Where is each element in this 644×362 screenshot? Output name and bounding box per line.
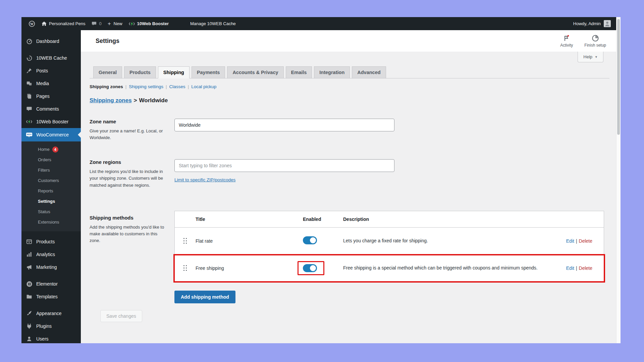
sidebar-item-label: Plugins xyxy=(36,323,52,329)
drag-handle-icon[interactable] xyxy=(183,265,187,271)
tab-general[interactable]: General xyxy=(93,66,122,78)
submenu-item-label: Orders xyxy=(38,157,51,162)
submenu-item-customers[interactable]: Customers xyxy=(21,175,81,186)
scrollbar-track[interactable] xyxy=(616,17,621,343)
user-icon xyxy=(26,336,33,342)
wordpress-logo-icon: W xyxy=(29,20,35,27)
comments-counter[interactable]: 0 xyxy=(88,17,104,30)
notification-badge: 4 xyxy=(52,146,58,153)
booster-label: 10Web Booster xyxy=(137,21,169,26)
submenu-item-status[interactable]: Status xyxy=(21,206,81,217)
delete-link[interactable]: Delete xyxy=(579,265,592,271)
sidebar-item-marketing[interactable]: Marketing xyxy=(21,261,81,274)
submenu-item-orders[interactable]: Orders xyxy=(21,155,81,165)
sidebar-item-label: Posts xyxy=(36,68,48,73)
method-description: Free shipping is a special method which … xyxy=(343,260,553,276)
zone-name-input[interactable] xyxy=(174,119,394,131)
tab-advanced[interactable]: Advanced xyxy=(352,66,386,78)
page-title: Settings xyxy=(96,38,119,45)
limit-zip-postcodes-link[interactable]: Limit to specific ZIP/postcodes xyxy=(174,177,235,182)
desktop-background: W Personalized Pens 0 + New 10Web Booste… xyxy=(0,0,644,362)
activity-button[interactable]: Activity xyxy=(560,35,573,48)
submenu-item-label: Customers xyxy=(38,178,59,183)
separator: | xyxy=(166,84,167,89)
sidebar-item-10web-cache[interactable]: 10WEB Cache xyxy=(21,52,81,64)
column-header-title: Title xyxy=(196,217,303,222)
edit-link[interactable]: Edit xyxy=(566,238,574,244)
sidebar-item-users[interactable]: Users xyxy=(21,333,81,343)
sidebar-item-templates[interactable]: Templates xyxy=(21,290,81,303)
submenu-item-filters[interactable]: Filters xyxy=(21,165,81,175)
subnav-shipping-zones[interactable]: Shipping zones xyxy=(90,84,123,89)
free-shipping-enabled-toggle[interactable] xyxy=(303,264,317,272)
folder-icon xyxy=(26,293,33,300)
pages-icon xyxy=(26,93,33,100)
zone-regions-input[interactable] xyxy=(174,159,394,172)
tab-products[interactable]: Products xyxy=(124,66,156,78)
howdy-label: Howdy, Admin xyxy=(573,21,601,26)
submenu-item-label: Extensions xyxy=(38,220,59,225)
site-name-link[interactable]: Personalized Pens xyxy=(38,17,88,30)
sidebar-item-media[interactable]: Media xyxy=(21,77,81,90)
booster-menu[interactable]: 10Web Booster xyxy=(125,17,172,30)
tab-shipping[interactable]: Shipping xyxy=(158,66,190,78)
drag-handle-icon[interactable] xyxy=(183,238,187,244)
sidebar-item-comments[interactable]: Comments xyxy=(21,103,81,115)
wordpress-logo-menu[interactable]: W xyxy=(25,17,38,30)
tab-accounts-privacy[interactable]: Accounts & Privacy xyxy=(227,66,283,78)
tab-emails[interactable]: Emails xyxy=(286,66,312,78)
woocommerce-submenu: Home 4 Orders Filters Customers Reports … xyxy=(21,141,81,231)
tab-integration[interactable]: Integration xyxy=(314,66,350,78)
scrollbar-thumb[interactable] xyxy=(617,19,620,135)
paintbrush-icon xyxy=(26,310,33,317)
sidebar-item-label: Pages xyxy=(36,94,50,99)
sidebar-item-plugins[interactable]: Plugins xyxy=(21,320,81,333)
submenu-item-extensions[interactable]: Extensions xyxy=(21,217,81,227)
zone-regions-description: List the regions you'd like to include i… xyxy=(90,168,165,188)
submenu-item-label: Status xyxy=(38,209,50,214)
shipping-methods-section: Shipping methods Add the shipping method… xyxy=(90,211,604,303)
activity-flag-icon xyxy=(563,35,570,42)
submenu-item-home[interactable]: Home 4 xyxy=(21,144,81,155)
breadcrumb-shipping-zones-link[interactable]: Shipping zones xyxy=(90,97,132,104)
progress-circle-icon xyxy=(592,35,599,42)
finish-setup-button[interactable]: Finish setup xyxy=(584,35,606,48)
save-changes-button[interactable]: Save changes xyxy=(100,310,142,322)
sidebar-item-products[interactable]: Products xyxy=(21,235,81,248)
sidebar-item-appearance[interactable]: Appearance xyxy=(21,307,81,320)
pushpin-icon xyxy=(26,67,33,74)
separator: | xyxy=(125,84,127,89)
help-dropdown[interactable]: Help ▼ xyxy=(578,52,603,62)
sidebar-item-posts[interactable]: Posts xyxy=(21,64,81,77)
manage-cache-label: Manage 10WEB Cache xyxy=(190,21,236,26)
sidebar-item-pages[interactable]: Pages xyxy=(21,90,81,103)
sidebar-item-analytics[interactable]: Analytics xyxy=(21,248,81,261)
sidebar-item-label: Comments xyxy=(36,106,59,112)
zone-name-heading: Zone name xyxy=(90,119,174,124)
manage-cache-menu[interactable]: Manage 10WEB Cache xyxy=(187,17,239,30)
delete-link[interactable]: Delete xyxy=(579,238,592,244)
subnav-local-pickup[interactable]: Local pickup xyxy=(191,84,216,89)
edit-link[interactable]: Edit xyxy=(566,265,574,271)
subnav-classes[interactable]: Classes xyxy=(169,84,185,89)
sidebar-item-woocommerce[interactable]: WOO WooCommerce xyxy=(21,128,81,141)
add-shipping-method-button[interactable]: Add shipping method xyxy=(174,291,235,303)
media-icon xyxy=(26,80,33,87)
account-menu[interactable]: Howdy, Admin xyxy=(573,20,611,27)
booster-bolt-icon xyxy=(26,118,33,125)
method-description: Lets you charge a fixed rate for shippin… xyxy=(343,233,553,249)
plus-icon: + xyxy=(108,21,111,26)
new-content-menu[interactable]: + New xyxy=(105,17,125,30)
subnav-shipping-settings[interactable]: Shipping settings xyxy=(129,84,163,89)
tab-payments[interactable]: Payments xyxy=(192,66,225,78)
shipping-methods-description: Add the shipping methods you'd like to m… xyxy=(90,224,165,244)
comments-count: 0 xyxy=(99,21,101,26)
sidebar-item-dashboard[interactable]: Dashboard xyxy=(21,35,81,48)
flat-rate-enabled-toggle[interactable] xyxy=(303,236,317,244)
sidebar-item-elementor[interactable]: Elementor xyxy=(21,278,81,290)
submenu-item-settings[interactable]: Settings xyxy=(21,196,81,206)
products-icon xyxy=(26,238,33,245)
sidebar-item-10web-booster[interactable]: 10Web Booster xyxy=(21,115,81,128)
submenu-item-reports[interactable]: Reports xyxy=(21,186,81,196)
woocommerce-icon: WOO xyxy=(26,131,33,138)
